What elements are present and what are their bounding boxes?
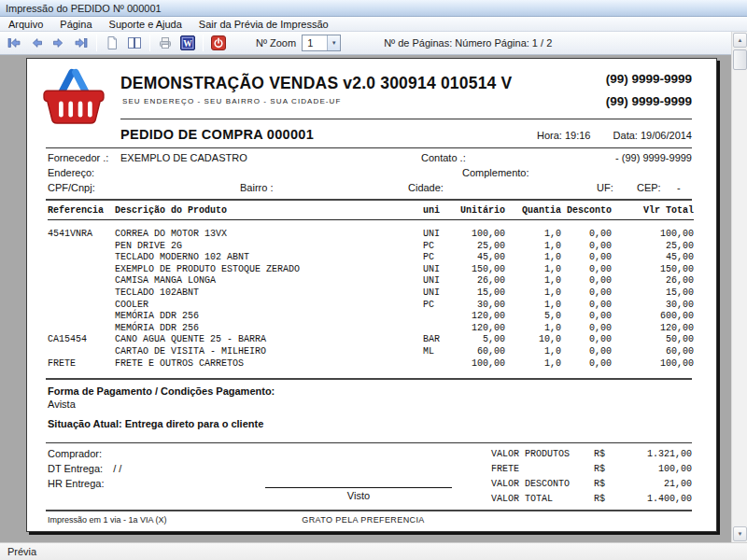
cep-value: - (677, 182, 681, 193)
table-cell: 45,00 (612, 252, 694, 264)
total-currency: R$ (594, 463, 620, 478)
close-preview-button[interactable] (208, 34, 229, 53)
previous-page-button[interactable] (26, 34, 47, 53)
table-cell: UNI (423, 287, 457, 300)
table-cell: 30,00 (457, 300, 505, 312)
single-page-view-button[interactable] (102, 34, 122, 53)
total-currency: R$ (594, 448, 620, 463)
vertical-scrollbar[interactable]: ▲ ▼ (731, 32, 747, 542)
table-cell: 30,00 (612, 300, 694, 312)
table-cell: 1,0 (505, 220, 561, 241)
menu-pagina[interactable]: Página (51, 18, 100, 31)
next-page-button[interactable] (49, 34, 69, 53)
table-cell: 100,00 (612, 358, 694, 371)
first-page-button[interactable] (4, 34, 24, 53)
cidade-label: Cidade: (408, 182, 444, 193)
fornecedor-value: EXEMPLO DE CADASTRO (120, 152, 247, 163)
menu-sair-previa[interactable]: Sair da Prévia de Impressão (190, 18, 337, 31)
basket-logo-icon (36, 66, 111, 124)
two-page-view-button[interactable] (124, 34, 145, 53)
app-window: Impressão do PEDIDO Nº 000001 Arquivo Pá… (0, 0, 747, 560)
print-footer-center: GRATO PELA PREFERENCIA (270, 515, 457, 525)
cep-label: CEP: (637, 182, 661, 193)
table-cell: TECLADO MODERNO 102 ABNT (115, 252, 423, 264)
cpf-label: CPF/Cnpj: (48, 182, 95, 193)
table-cell: UNI (423, 264, 457, 276)
table-cell: 5,0 (505, 311, 561, 323)
table-cell: 60,00 (612, 346, 694, 358)
table-cell: 0,00 (561, 311, 612, 323)
table-cell: 0,00 (561, 220, 612, 241)
word-icon: W (180, 35, 195, 50)
total-label: VALOR DESCONTO (491, 478, 594, 493)
table-cell: TECLADO 102ABNT (115, 287, 423, 300)
total-row: VALOR DESCONTOR$21,00 (491, 478, 692, 493)
column-header: Desconto (561, 204, 612, 220)
zoom-select[interactable]: 1 ▼ (302, 35, 341, 51)
table-cell: CANO AGUA QUENTE 25 - BARRA (115, 334, 423, 346)
export-word-button[interactable]: W (177, 34, 198, 53)
table-cell (48, 252, 115, 264)
table-row: CAMISA MANGA LONGAUNI26,001,00,0026,00 (48, 275, 694, 287)
table-cell: 25,00 (612, 241, 694, 253)
table-cell: UNI (423, 220, 457, 241)
table-cell (48, 323, 115, 335)
print-button[interactable] (155, 34, 176, 53)
table-cell: 100,00 (457, 220, 505, 241)
divider (46, 442, 692, 443)
table-cell: 1,0 (505, 264, 561, 276)
menu-arquivo[interactable]: Arquivo (0, 18, 51, 31)
scroll-down-button[interactable]: ▼ (733, 526, 747, 541)
situation-text: Situação Atual: Entrega direto para o cl… (48, 418, 263, 429)
table-cell: 0,00 (561, 346, 612, 358)
divider (46, 199, 692, 201)
supplier-row-2: Endereço: Complemento: (48, 167, 692, 180)
scroll-thumb[interactable] (733, 49, 747, 70)
table-row: MEMÓRIA DDR 256120,005,00,00600,00 (48, 311, 694, 323)
svg-text:W: W (183, 39, 192, 49)
column-header: Quantia (505, 204, 561, 220)
last-page-button[interactable] (71, 34, 92, 53)
total-value: 100,00 (620, 463, 692, 478)
table-row: 4541VNRACORREA DO MOTOR 13VXUNI100,001,0… (48, 220, 694, 241)
scroll-up-button[interactable]: ▲ (733, 33, 747, 48)
dt-entrega-value: / / (113, 463, 121, 474)
last-page-icon (74, 35, 89, 50)
chevron-down-icon[interactable]: ▼ (327, 35, 340, 50)
company-phone-1: (99) 9999-9999 (606, 72, 692, 86)
table-cell: UNI (423, 275, 457, 287)
dt-entrega: DT Entrega: / / (48, 463, 121, 474)
previous-page-icon (29, 35, 44, 50)
preview-area: DEMONSTRAÇÃO VENDAS v2.0 300914 010514 V… (0, 55, 731, 542)
table-cell: 600,00 (612, 311, 694, 323)
table-row: COOLERPC30,001,00,0030,00 (48, 300, 694, 312)
table-cell: PEN DRIVE 2G (115, 241, 423, 253)
table-cell: 1,0 (505, 346, 561, 358)
contato-label: Contato .: (421, 152, 466, 163)
zoom-value: 1 (303, 37, 327, 49)
table-cell: 1,0 (505, 300, 561, 312)
date-value: 19/06/2014 (641, 130, 692, 141)
menu-suporte-ajuda[interactable]: Suporte e Ajuda (101, 18, 190, 31)
table-cell: 120,00 (612, 323, 694, 335)
table-cell: 1,0 (505, 252, 561, 264)
window-title: Impressão do PEDIDO Nº 000001 (6, 3, 162, 14)
date-label: Data: (613, 130, 638, 141)
table-row: CA15454CANO AGUA QUENTE 25 - BARRABAR5,0… (48, 334, 694, 346)
table-cell (48, 275, 115, 287)
column-header: Vlr Total (612, 204, 694, 220)
time-label: Hora: (537, 130, 562, 141)
total-value: 1.400,00 (620, 493, 692, 508)
table-cell: 10,0 (505, 334, 561, 346)
table-cell: 25,00 (457, 241, 505, 253)
table-cell (423, 323, 457, 335)
table-cell: 120,00 (457, 323, 505, 335)
table-cell: 0,00 (561, 275, 612, 287)
payment-label: Forma de Pagamento / Condições Pagamento… (48, 385, 275, 397)
table-cell: 0,00 (561, 264, 612, 276)
table-cell: 4541VNRA (48, 220, 115, 241)
table-cell (48, 311, 115, 323)
total-row: VALOR TOTALR$1.400,00 (491, 493, 692, 508)
table-cell (423, 311, 457, 323)
column-header: Descrição do Produto (115, 204, 423, 220)
